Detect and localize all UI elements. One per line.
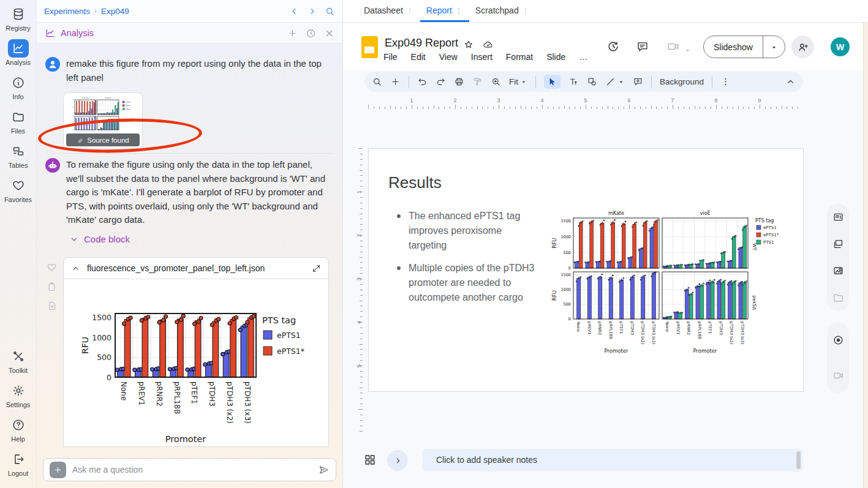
menu-format[interactable]: Format — [506, 52, 533, 62]
sidebar-item-label: Tables — [9, 162, 28, 169]
select-tool-button[interactable] — [544, 75, 560, 89]
expand-filmstrip-button[interactable] — [387, 450, 408, 471]
breadcrumb-experiments[interactable]: Experiments — [44, 7, 90, 16]
record-icon[interactable] — [832, 334, 844, 345]
image-search-icon[interactable] — [832, 265, 844, 276]
menu-file[interactable]: File — [383, 52, 398, 62]
tab-menu-dots-icon[interactable] — [455, 5, 463, 15]
slideshow-caret[interactable] — [763, 36, 785, 58]
line-tool-icon[interactable] — [605, 77, 625, 87]
svg-text:1000: 1000 — [560, 287, 571, 292]
new-analysis-icon[interactable] — [287, 27, 298, 38]
toolbar-search-icon[interactable] — [372, 77, 382, 87]
share-button[interactable] — [791, 36, 814, 58]
history-icon[interactable] — [306, 27, 316, 38]
speaker-notes-box[interactable]: Click to add speaker notes — [423, 449, 802, 471]
sidebar-item-logout[interactable]: Logout — [8, 450, 29, 477]
video-camera-icon[interactable] — [832, 369, 844, 381]
chart-result-header: fluorescence_vs_promoter_panel_top_left.… — [64, 258, 328, 279]
print-icon[interactable] — [454, 77, 464, 87]
download-icon[interactable] — [47, 300, 57, 311]
breadcrumb-exp049[interactable]: Exp049 — [101, 7, 129, 16]
meet-camera-icon[interactable] — [666, 40, 680, 53]
sidebar-item-label: Info — [12, 93, 23, 100]
send-button[interactable] — [318, 464, 330, 475]
slide-figure[interactable]: mKatevioE050010001500RFU050010001500RFUW… — [549, 206, 805, 360]
copy-icon[interactable] — [47, 280, 57, 291]
menu-edit[interactable]: Edit — [411, 52, 426, 62]
sidebar-top-group: RegistryAnalysisInfoFilesTablesFavorites — [4, 5, 32, 211]
version-history-icon[interactable] — [606, 40, 620, 53]
svg-text:pREV1: pREV1 — [676, 321, 681, 334]
svg-text:pRPL18B: pRPL18B — [173, 381, 181, 414]
slides-app-icon[interactable] — [361, 36, 378, 58]
insert-comment-icon[interactable] — [633, 77, 643, 87]
nav-forward-icon[interactable] — [307, 6, 317, 17]
right-scrollbar-track[interactable] — [863, 23, 868, 488]
toolbar-add-slide-icon[interactable] — [390, 77, 401, 87]
attach-button[interactable] — [50, 462, 66, 478]
tab-menu-dots-icon[interactable] — [521, 5, 530, 15]
screenshot-icon[interactable] — [832, 238, 844, 249]
sidebar-item-help[interactable]: Help — [8, 416, 29, 443]
undo-icon[interactable] — [417, 77, 428, 87]
menu-insert[interactable]: Insert — [471, 52, 492, 62]
tab-menu-dots-icon[interactable] — [406, 5, 414, 15]
chat-input[interactable] — [72, 465, 312, 475]
menu-slide[interactable]: Slide — [546, 52, 565, 62]
paint-format-icon[interactable] — [472, 77, 483, 87]
tab-scratchpad[interactable]: Scratchpad — [469, 0, 536, 22]
favorite-icon[interactable] — [47, 261, 57, 272]
slide-bullet-list[interactable]: The enhanced ePTS1 tag improves peroxiso… — [397, 209, 535, 313]
folder-panel-icon[interactable] — [832, 291, 844, 303]
toolbar-more-icon[interactable] — [720, 77, 731, 87]
slide-title[interactable]: Results — [388, 173, 442, 192]
sidebar-item-label: Logout — [8, 470, 29, 477]
meet-caret-icon[interactable] — [684, 45, 692, 56]
figure-thumbnail[interactable]: Source found — [63, 92, 143, 149]
redo-icon[interactable] — [436, 77, 446, 87]
svg-text:pRNR2: pRNR2 — [686, 321, 691, 335]
account-avatar[interactable]: W — [831, 37, 850, 56]
svg-text:0: 0 — [107, 373, 111, 382]
expand-icon[interactable] — [312, 263, 321, 274]
svg-text:mKate: mKate — [608, 211, 624, 216]
sidebar-item-settings[interactable]: Settings — [6, 381, 31, 408]
background-button[interactable]: Background — [660, 77, 704, 86]
sidebar-item-info[interactable]: Info — [8, 73, 29, 100]
slideshow-button[interactable]: Slideshow — [703, 36, 785, 58]
assistant-message: To remake the figure using only the data… — [45, 158, 334, 227]
heart-icon — [8, 176, 29, 195]
tab-datasheet[interactable]: Datasheet — [358, 0, 420, 22]
sidebar-item-files[interactable]: Files — [8, 108, 29, 135]
article-panel-icon[interactable] — [832, 211, 844, 222]
close-icon[interactable] — [324, 27, 334, 38]
slide-grid-view-icon[interactable] — [363, 453, 377, 467]
shape-tool-icon[interactable] — [587, 77, 597, 87]
source-found-badge[interactable]: Source found — [66, 133, 140, 146]
slide-canvas[interactable]: Results The enhanced ePTS1 tag improves … — [368, 148, 804, 392]
tab-report[interactable]: Report — [420, 0, 469, 22]
sidebar-item-favorites[interactable]: Favorites — [4, 176, 32, 203]
notes-scrollbar[interactable] — [796, 451, 801, 469]
star-icon[interactable] — [463, 39, 474, 50]
zoom-fit-select[interactable]: Fit — [509, 77, 527, 86]
comments-icon[interactable] — [636, 40, 649, 53]
sidebar-item-tables[interactable]: Tables — [8, 142, 29, 169]
document-title[interactable]: Exp049 Report — [385, 37, 458, 50]
svg-text:pTDH3: pTDH3 — [630, 321, 635, 335]
collapse-icon[interactable] — [71, 263, 80, 274]
menu-view[interactable]: View — [439, 52, 458, 62]
menu-…[interactable]: … — [579, 52, 587, 62]
code-block-toggle[interactable]: Code block — [69, 233, 130, 244]
breadcrumb-bar: Experiments › Exp049 — [37, 0, 342, 23]
sidebar-item-toolkit[interactable]: Toolkit — [8, 347, 29, 374]
zoom-in-icon[interactable] — [491, 77, 501, 87]
nav-back-icon[interactable] — [289, 6, 300, 17]
text-box-tool-icon[interactable] — [568, 77, 579, 87]
sidebar-item-registry[interactable]: Registry — [6, 5, 30, 32]
hide-menus-icon[interactable] — [785, 77, 796, 87]
search-icon[interactable] — [325, 6, 335, 17]
svg-text:pTDH3 (x2): pTDH3 (x2) — [729, 321, 734, 344]
sidebar-item-analysis[interactable]: Analysis — [6, 39, 31, 66]
